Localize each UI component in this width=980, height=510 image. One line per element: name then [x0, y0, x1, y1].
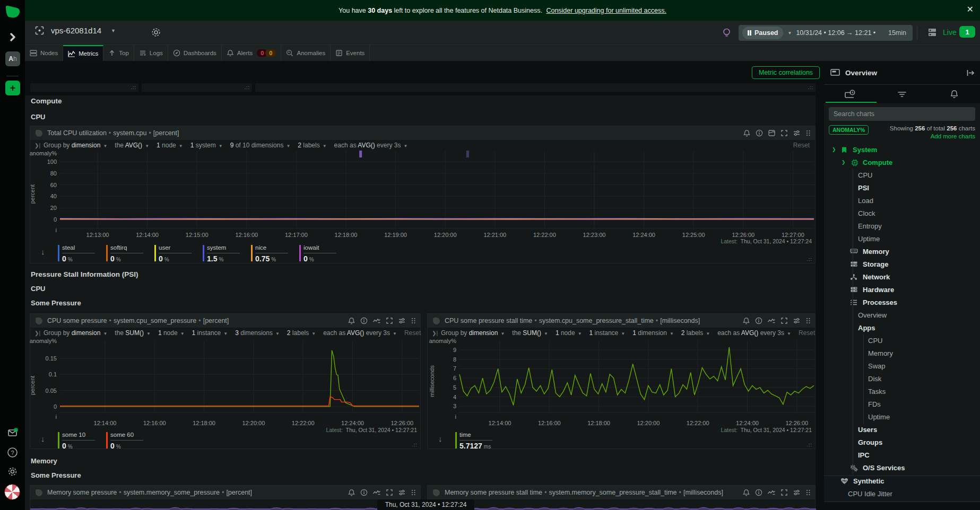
tab-top[interactable]: Top — [103, 45, 134, 61]
tree-item-cpu-idle-jitter[interactable]: CPU Idle Jitter — [824, 488, 980, 500]
live-node-count-badge[interactable]: 1 — [959, 26, 975, 38]
control-dropdown[interactable]: each as AVG() every 3s▼ — [323, 329, 397, 337]
chevron-down-icon[interactable]: ❯ — [842, 160, 846, 165]
collapse-panel-icon[interactable] — [967, 69, 975, 76]
expand-icon[interactable] — [386, 317, 393, 324]
tree-item-tasks[interactable]: Tasks — [824, 385, 980, 398]
tab-alerts[interactable]: Alerts00 — [222, 45, 282, 61]
node-settings-icon[interactable] — [151, 27, 161, 38]
collapsed-chart-stub[interactable]: .:: — [30, 83, 138, 92]
search-charts-input[interactable]: Search charts — [829, 107, 975, 121]
chevron-down-icon[interactable]: ❯ — [832, 147, 836, 152]
control-dropdown[interactable]: Group by dimension▼ — [44, 142, 107, 149]
collapsed-chart-stub[interactable]: .:: — [255, 83, 816, 92]
tree-item-fds[interactable]: FDs — [824, 398, 980, 411]
control-dropdown[interactable]: Group by dimension▼ — [44, 329, 107, 337]
control-dropdown[interactable]: 2 labels▼ — [287, 329, 316, 337]
node-list-icon[interactable] — [927, 27, 938, 38]
bell-icon[interactable] — [348, 317, 355, 325]
reset-button[interactable]: Reset — [404, 329, 421, 337]
info-icon[interactable] — [755, 317, 762, 324]
control-dropdown[interactable]: 3 dimensions▼ — [235, 329, 280, 337]
add-space-button[interactable]: + — [5, 81, 20, 95]
user-avatar[interactable] — [4, 484, 20, 500]
tree-item-uptime[interactable]: Uptime — [824, 411, 980, 424]
settings-gear-icon[interactable] — [0, 466, 25, 477]
tab-alerts-bell[interactable] — [928, 85, 980, 103]
time-caret-icon[interactable]: ▼ — [787, 31, 792, 36]
tree-item-ipc[interactable]: IPC — [824, 449, 980, 462]
control-dropdown[interactable]: the SUM()▼ — [115, 329, 151, 337]
legend-item-iowait[interactable]: iowait0% — [299, 244, 345, 263]
control-dropdown[interactable]: the AVG()▼ — [115, 142, 149, 149]
anomaly-squiggle-icon[interactable] — [767, 317, 776, 324]
tree-item-cpu[interactable]: CPU — [824, 169, 980, 182]
tree-item-memory[interactable]: Memory — [824, 245, 980, 258]
time-range[interactable]: 10/31/24 • 12:06 → 12:21 • — [796, 29, 875, 37]
control-dropdown[interactable]: 1 node▼ — [556, 329, 582, 337]
tree-item-clock[interactable]: Clock — [824, 207, 980, 220]
collapsed-chart-stub[interactable]: .:: — [142, 83, 252, 92]
tab-metrics[interactable]: Metrics — [63, 45, 103, 61]
drag-icon[interactable] — [411, 317, 416, 324]
legend-item-user[interactable]: user0% — [154, 244, 200, 263]
legend-sort-icon[interactable]: ↓ — [41, 247, 45, 256]
legend-item-steal[interactable]: steal0% — [58, 244, 103, 263]
add-more-charts-link[interactable]: Add more charts — [931, 133, 975, 139]
tree-item-groups[interactable]: Groups — [824, 436, 980, 449]
tree-item-disk[interactable]: Disk — [824, 373, 980, 385]
insights-bulb-icon[interactable] — [722, 28, 732, 39]
banner-close-icon[interactable]: ✕ — [967, 4, 974, 14]
tree-item-hardware[interactable]: Hardware — [824, 284, 980, 296]
legend-item-nice[interactable]: nice0.75% — [251, 244, 297, 263]
sliders-icon[interactable] — [793, 317, 801, 324]
control-dropdown[interactable]: each as AVG() every 3s▼ — [717, 329, 791, 337]
tree-item-compute[interactable]: ❯Compute — [824, 156, 980, 169]
tree-item-entropy[interactable]: Entropy — [824, 220, 980, 233]
control-dropdown[interactable]: 2 labels▼ — [681, 329, 710, 337]
expand-icon[interactable] — [780, 317, 788, 324]
control-dropdown[interactable]: 2 labels▼ — [298, 142, 326, 149]
info-icon[interactable] — [360, 317, 368, 324]
chart-resize-handle[interactable]: .:: — [412, 442, 418, 447]
tree-item-swap[interactable]: Swap — [824, 360, 980, 373]
legend-item-some-60[interactable]: some 600% — [106, 432, 152, 451]
control-dropdown[interactable]: the SUM()▼ — [512, 329, 548, 337]
legend-sort-icon[interactable]: ↓ — [438, 434, 443, 443]
tree-item-system[interactable]: ❯System — [824, 144, 980, 156]
tree-item-o-s-services[interactable]: O/S Services — [824, 462, 980, 474]
control-dropdown[interactable]: 1 node▼ — [157, 142, 183, 149]
invite-icon[interactable] — [0, 427, 25, 438]
netdata-logo[interactable] — [0, 4, 25, 21]
tree-item-memory[interactable]: Memory — [824, 347, 980, 360]
legend-item-softirq[interactable]: softirq0% — [106, 244, 152, 263]
collapse-controls-icon[interactable]: ❯| — [34, 330, 40, 336]
time-controls[interactable]: Paused ▼ 10/31/24 • 12:06 → 12:21 • 15mi… — [739, 25, 913, 41]
control-dropdown[interactable]: 1 dimension▼ — [632, 329, 674, 337]
space-avatar[interactable]: Ah — [5, 51, 20, 66]
tab-logs[interactable]: Logs — [134, 45, 168, 61]
tab-events[interactable]: Events — [331, 45, 370, 61]
legend-item-some-10[interactable]: some 100% — [58, 432, 103, 451]
tree-item-users[interactable]: Users — [824, 424, 980, 436]
control-dropdown[interactable]: 1 instance▼ — [589, 329, 626, 337]
expand-icon[interactable] — [780, 129, 788, 137]
collapse-controls-icon[interactable]: ❯| — [34, 143, 40, 148]
metric-correlations-button[interactable]: Metric correlations — [752, 66, 820, 79]
anomaly-filter-badge[interactable]: ANOMALY% — [829, 125, 869, 135]
node-picker[interactable]: vps-62081d14 ▼ — [34, 25, 116, 36]
legend-item-time[interactable]: time5.7127ms — [455, 432, 501, 451]
reset-button[interactable]: Reset — [793, 142, 810, 149]
tab-anomalies[interactable]: Anomalies — [281, 45, 331, 61]
drag-icon[interactable] — [805, 317, 811, 324]
tree-item-uptime[interactable]: Uptime — [824, 233, 980, 245]
node-caret-icon[interactable]: ▼ — [111, 28, 116, 33]
tree-item-network[interactable]: Network — [824, 271, 980, 284]
upgrade-link[interactable]: Consider upgrading for unlimited access. — [546, 7, 666, 14]
sliders-icon[interactable] — [793, 129, 801, 137]
tab-nodes[interactable]: Nodes — [25, 45, 63, 61]
drag-icon[interactable] — [805, 129, 811, 137]
control-dropdown[interactable]: Group by dimension▼ — [441, 329, 505, 337]
info-icon[interactable] — [756, 129, 763, 137]
reset-button[interactable]: Reset — [799, 329, 815, 337]
